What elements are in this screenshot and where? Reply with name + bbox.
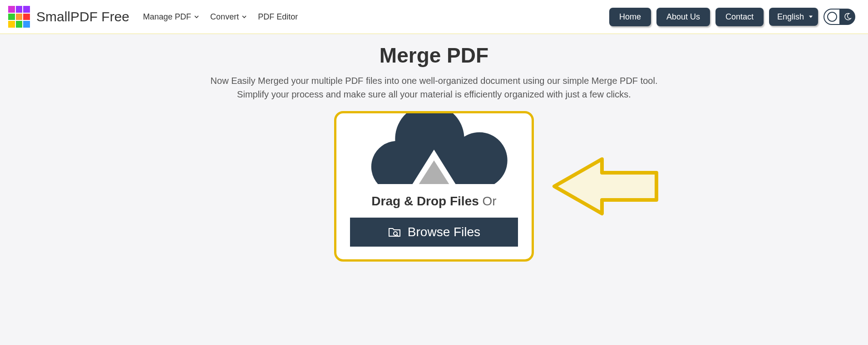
logo-icon	[8, 6, 30, 28]
page-subtitle: Now Easily Merged your multiple PDF file…	[193, 74, 675, 101]
language-select[interactable]: English	[769, 8, 818, 26]
page-title: Merge PDF	[0, 43, 868, 68]
right-nav: Home About Us Contact English	[609, 8, 855, 26]
theme-toggle[interactable]	[824, 9, 855, 25]
chevron-down-icon	[242, 14, 247, 19]
moon-icon	[843, 13, 852, 21]
brand[interactable]: SmallPDF Free	[8, 6, 129, 28]
svg-point-0	[394, 232, 397, 235]
language-select-wrap: English	[769, 8, 818, 26]
pointer-arrow-icon	[552, 157, 661, 216]
upload-stage: Drag & Drop Files Or Browse Files	[0, 111, 868, 262]
cloud-upload-icon	[336, 113, 532, 186]
drag-drop-label: Drag & Drop Files Or	[336, 194, 532, 209]
sun-icon	[827, 12, 837, 22]
nav-convert[interactable]: Convert	[210, 12, 247, 22]
about-button[interactable]: About Us	[656, 8, 710, 26]
home-button[interactable]: Home	[609, 8, 651, 26]
drag-drop-bold: Drag & Drop Files	[371, 194, 478, 208]
drop-zone[interactable]: Drag & Drop Files Or Browse Files	[334, 111, 534, 262]
header: SmallPDF Free Manage PDF Convert PDF Edi…	[0, 0, 868, 34]
nav-label: Manage PDF	[143, 12, 191, 22]
drag-drop-or: Or	[479, 194, 497, 208]
nav-manage-pdf[interactable]: Manage PDF	[143, 12, 199, 22]
nav-label: PDF Editor	[258, 12, 298, 22]
browse-label: Browse Files	[408, 225, 480, 239]
brand-name: SmallPDF Free	[36, 9, 129, 24]
chevron-down-icon	[194, 14, 199, 19]
browse-files-button[interactable]: Browse Files	[350, 218, 518, 247]
main-content: Merge PDF Now Easily Merged your multipl…	[0, 34, 868, 262]
nav-pdf-editor[interactable]: PDF Editor	[258, 12, 298, 22]
nav-label: Convert	[210, 12, 239, 22]
contact-button[interactable]: Contact	[715, 8, 764, 26]
main-nav: Manage PDF Convert PDF Editor	[143, 12, 298, 22]
folder-search-icon	[388, 225, 401, 239]
